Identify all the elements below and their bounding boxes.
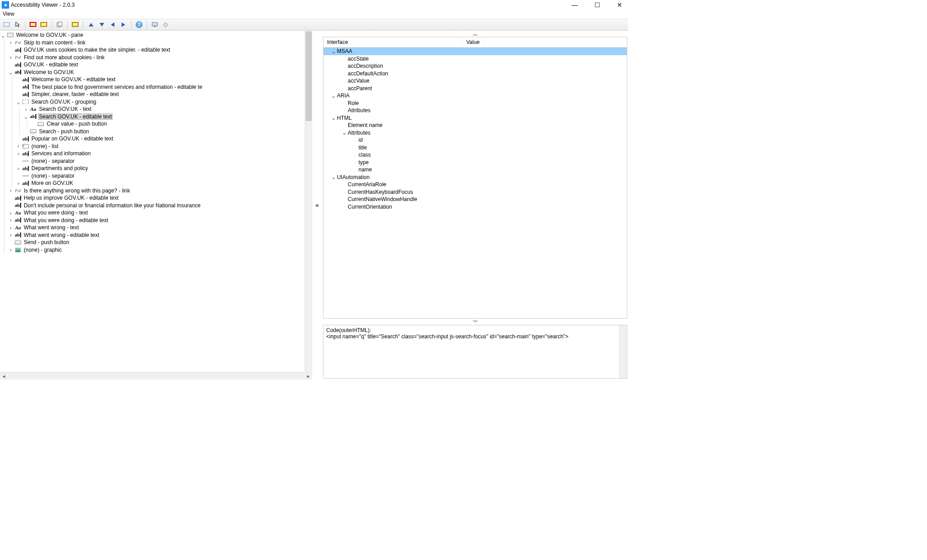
tree-twisty-icon[interactable]	[15, 136, 22, 142]
copy-icon[interactable]	[55, 20, 65, 29]
tree-twisty-icon[interactable]	[15, 173, 22, 179]
col-interface[interactable]: Interface	[324, 37, 463, 47]
prop-twisty-icon[interactable]: …	[341, 123, 348, 127]
property-row[interactable]: ⌄Attributes	[324, 129, 627, 137]
tree-twisty-icon[interactable]: ›	[8, 39, 14, 46]
property-row[interactable]: ⌄MSAA	[324, 48, 627, 55]
tree-twisty-icon[interactable]	[8, 47, 14, 53]
prop-twisty-icon[interactable]: ⌄	[330, 114, 337, 121]
expand-up-icon[interactable]: ︽	[322, 31, 628, 37]
property-row[interactable]: …accDefaultAction(none)	[324, 70, 627, 78]
property-row[interactable]: …idsearch-main	[324, 136, 627, 144]
tree-item[interactable]: abSimpler, clearer, faster - editable te…	[0, 91, 304, 98]
prop-twisty-icon[interactable]: …	[341, 79, 348, 83]
tree-item[interactable]: abGOV.UK uses cookies to make the site s…	[0, 46, 304, 54]
property-row[interactable]: ⌄HTML	[324, 114, 627, 122]
tree-twisty-icon[interactable]	[8, 202, 14, 209]
prop-twisty-icon[interactable]: …	[341, 109, 348, 113]
tree-twisty-icon[interactable]	[23, 128, 29, 135]
expand-down-icon[interactable]: ︾	[322, 319, 628, 325]
properties-body[interactable]: ⌄MSAA…accStatenormal…accDescriptionSearc…	[324, 48, 627, 318]
prop-twisty-icon[interactable]: …	[351, 160, 359, 164]
tree-item[interactable]: ›Skip to main content - link	[0, 39, 304, 47]
property-row[interactable]: …accValue	[324, 77, 627, 85]
property-row[interactable]: …CurrentNativeWindowHandle0	[324, 196, 627, 203]
tree-twisty-icon[interactable]	[8, 195, 14, 201]
tree-twisty-icon[interactable]: ›	[8, 224, 14, 231]
nav-right-icon[interactable]	[118, 20, 128, 29]
property-row[interactable]: …Attributes(none)	[324, 107, 627, 114]
tree-item[interactable]: Search - push button	[0, 128, 304, 136]
nav-up-icon[interactable]	[86, 20, 96, 29]
tree-twisty-icon[interactable]: ⌄	[23, 114, 29, 120]
property-row[interactable]: …nameq	[324, 166, 627, 174]
tree-twisty-icon[interactable]	[15, 84, 22, 90]
collapse-left-icon[interactable]: «	[315, 201, 319, 209]
tree-item[interactable]: ›AaWhat went wrong - text	[0, 224, 304, 232]
prop-twisty-icon[interactable]: …	[351, 153, 359, 157]
monitor-icon[interactable]	[150, 20, 160, 29]
property-row[interactable]: …classsearch-input js-search-focus	[324, 151, 627, 159]
tree-twisty-icon[interactable]: ›	[23, 106, 29, 112]
prop-twisty-icon[interactable]: …	[351, 138, 359, 142]
prop-twisty-icon[interactable]: ⌄	[341, 129, 348, 136]
tree-item[interactable]: ›abDepartments and policy	[0, 165, 304, 172]
tree-item[interactable]: ›abWhat went wrong - editable text	[0, 232, 304, 239]
accessibility-tree[interactable]: ⌄Welcome to GOV.UK - pane›Skip to main c…	[0, 31, 304, 372]
property-row[interactable]: …Element nameINPUT	[324, 122, 627, 129]
prop-twisty-icon[interactable]: …	[341, 190, 348, 194]
tree-vertical-scrollbar[interactable]	[305, 31, 312, 372]
prop-twisty-icon[interactable]: …	[341, 57, 348, 61]
tree-twisty-icon[interactable]	[31, 121, 37, 127]
property-row[interactable]: …titleSearch	[324, 144, 627, 152]
rect-yellow2-icon[interactable]	[70, 20, 80, 29]
tree-item[interactable]: ›AaSearch GOV.UK - text	[0, 105, 304, 113]
rect-red-icon[interactable]	[28, 20, 38, 29]
property-row[interactable]: …CurrentHasKeyboardFocusFalse	[324, 188, 627, 196]
property-row[interactable]: …accParentSearch GOV.UK	[324, 85, 627, 92]
tree-item[interactable]: ›AaWhat you were doing - text	[0, 209, 304, 217]
prop-twisty-icon[interactable]: …	[341, 205, 348, 209]
tree-item[interactable]: ⌄Search GOV.UK - grouping	[0, 98, 304, 106]
tree-twisty-icon[interactable]: ›	[8, 217, 14, 223]
tree-item[interactable]: ›(none) - graphic	[0, 246, 304, 254]
tree-item[interactable]: ›Find out more about cookies - link	[0, 54, 304, 61]
tree-item[interactable]: abGOV.UK - editable text	[0, 61, 304, 69]
tree-twisty-icon[interactable]: ›	[8, 247, 14, 253]
property-row[interactable]: …accDescriptionSearch	[324, 62, 627, 70]
property-row[interactable]: …Rolesearch	[324, 100, 627, 107]
tree-item[interactable]: ›≡(none) - list	[0, 143, 304, 150]
help-icon[interactable]: ?	[134, 20, 144, 29]
prop-twisty-icon[interactable]: ⌄	[330, 92, 337, 99]
tree-twisty-icon[interactable]: ›	[15, 180, 22, 186]
property-row[interactable]: …accStatenormal	[324, 55, 627, 63]
tree-item[interactable]: (none) - separator	[0, 158, 304, 165]
prop-twisty-icon[interactable]: ⌄	[330, 174, 337, 180]
col-value[interactable]: Value	[463, 37, 484, 47]
prop-twisty-icon[interactable]: …	[341, 197, 348, 201]
tree-item[interactable]: abThe best place to find government serv…	[0, 83, 304, 91]
tree-horizontal-scrollbar[interactable]: ◄►	[0, 372, 312, 380]
tree-item[interactable]: abHelp us improve GOV.UK - editable text	[0, 194, 304, 202]
menu-view[interactable]: View	[3, 11, 14, 17]
nav-down-icon[interactable]	[97, 20, 107, 29]
gear-icon[interactable]	[161, 20, 171, 29]
tree-item[interactable]: ›abMore on GOV.UK	[0, 179, 304, 187]
tree-twisty-icon[interactable]: ›	[15, 165, 22, 171]
tree-item[interactable]: ›abServices and information	[0, 150, 304, 158]
prop-twisty-icon[interactable]: …	[341, 183, 348, 187]
prop-twisty-icon[interactable]: …	[341, 86, 348, 90]
tree-twisty-icon[interactable]: ⌄	[8, 69, 14, 75]
tree-twisty-icon[interactable]: ›	[8, 54, 14, 61]
tree-twisty-icon[interactable]	[15, 76, 22, 83]
prop-twisty-icon[interactable]: …	[341, 64, 348, 68]
tree-item[interactable]: Send - push button	[0, 239, 304, 246]
splitter[interactable]: «	[312, 31, 322, 380]
tree-twisty-icon[interactable]: ›	[8, 232, 14, 238]
tree-item[interactable]: ⌄abSearch GOV.UK - editable text	[0, 113, 304, 121]
tree-item[interactable]: abPopular on GOV.UK - editable text	[0, 135, 304, 143]
tree-item[interactable]: (none) - separator	[0, 172, 304, 180]
close-button[interactable]: ✕	[613, 0, 626, 9]
tree-item[interactable]: abDon't include personal or financial in…	[0, 202, 304, 210]
rect-yellow-icon[interactable]	[39, 20, 49, 29]
